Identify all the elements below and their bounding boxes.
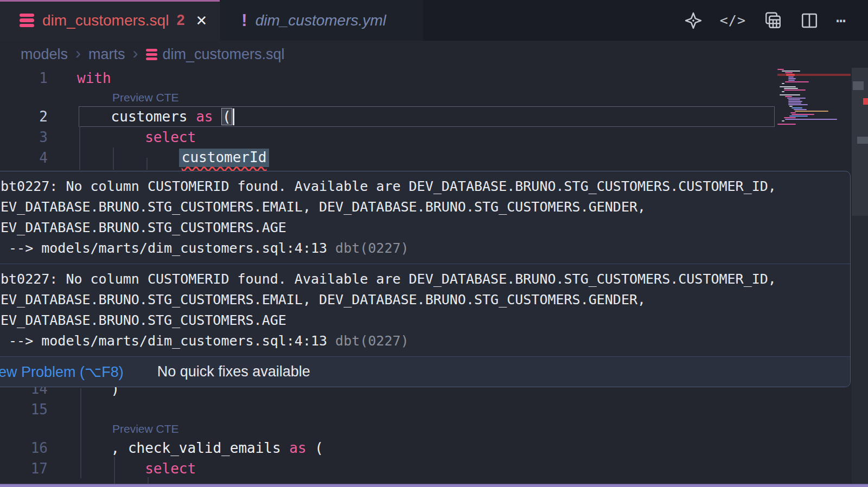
split-editor-icon[interactable]: [800, 11, 819, 30]
minimap-code-bar: [789, 116, 808, 117]
minimap[interactable]: [777, 69, 851, 125]
minimap-line: [777, 109, 851, 110]
copy-table-icon[interactable]: [763, 11, 783, 30]
minimap-error-line: [777, 74, 851, 76]
minimap-code-bar: [788, 80, 795, 81]
tab-bar: dim_customers.sql 2 ✕ ! dim_customers.ym…: [0, 0, 868, 41]
dbt-icon[interactable]: [684, 11, 703, 30]
tab-label: dim_customers.sql: [42, 12, 169, 29]
minimap-line: [777, 91, 851, 92]
minimap-code-bar: [785, 81, 809, 82]
minimap-line: [777, 101, 851, 102]
tab-dim-customers-sql[interactable]: dim_customers.sql 2 ✕: [0, 0, 220, 41]
minimap-line: [777, 93, 851, 94]
minimap-code-bar: [787, 98, 806, 99]
close-icon[interactable]: ✕: [195, 14, 207, 28]
diagnostic-message: bt0227: No column CUSTOMERID found. Avai…: [0, 264, 850, 356]
minimap-code-bar: [788, 104, 808, 105]
minimap-line: [777, 88, 851, 89]
minimap-line: [777, 71, 851, 72]
minimap-code-bar: [792, 114, 814, 115]
minimap-code-bar: [788, 76, 794, 78]
minimap-code-bar: [782, 120, 784, 121]
text-cursor: [233, 108, 234, 125]
minimap-code-bar: [782, 83, 784, 84]
code-text: customers as (: [82, 108, 234, 125]
minimap-line: [777, 116, 851, 117]
minimap-code-bar: [786, 74, 795, 76]
code-line: 4customerId: [0, 148, 852, 168]
problem-count-badge: 2: [176, 12, 184, 29]
code-text: customerId: [150, 149, 270, 167]
code-lens-link[interactable]: Preview CTE: [112, 422, 179, 435]
indent-guide: [146, 158, 148, 170]
diagnostic-message: bt0227: No column CUSTOMERID found. Avai…: [0, 171, 850, 264]
breadcrumb-marts[interactable]: marts: [88, 46, 125, 63]
code-line: 2customers as (: [0, 106, 852, 127]
line-number: 3: [0, 129, 48, 145]
minimap-line: [777, 76, 851, 78]
minimap-line: [777, 114, 851, 115]
diagnostic-location-line: --> models/marts/dim_customers.sql:4:13 …: [1, 238, 850, 259]
minimap-line: [777, 99, 851, 100]
database-icon: [146, 49, 157, 60]
diagnostic-code: dbt(0227): [327, 333, 409, 349]
code-lens-link[interactable]: Preview CTE: [112, 91, 179, 104]
tab-dim-customers-yml[interactable]: ! dim_customers.yml: [220, 0, 423, 41]
minimap-code-bar: [785, 72, 793, 73]
diagnostic-text-line: bt0227: No column CUSTOMERID found. Avai…: [1, 269, 850, 290]
minimap-code-bar: [780, 94, 800, 95]
code-token: , check_valid_emails: [111, 440, 290, 456]
more-actions-icon[interactable]: ⋯: [836, 11, 846, 30]
warning-icon: !: [241, 10, 247, 30]
minimap-line: [777, 117, 851, 118]
code-editor-top[interactable]: 1withPreview CTE2customers as (3select4c…: [0, 68, 852, 168]
indent-guide: [79, 126, 80, 170]
minimap-code-bar: [784, 89, 806, 91]
compile-code-icon[interactable]: </>: [720, 12, 746, 28]
editor-actions: </> ⋯: [684, 0, 846, 41]
minimap-line: [777, 120, 851, 121]
minimap-code-bar: [785, 119, 837, 120]
line-number: 15: [0, 401, 48, 418]
breadcrumb-models[interactable]: models: [21, 46, 68, 63]
hover-status-bar: iew Problem (⌥F8) No quick fixes availab…: [0, 356, 850, 387]
minimap-code-bar: [788, 101, 802, 102]
breadcrumb-file[interactable]: dim_customers.sql: [163, 46, 285, 63]
minimap-line: [777, 102, 851, 104]
diagnostic-text-line: EV_DATABASE.BRUNO.STG_CUSTOMERS.AGE: [1, 310, 850, 331]
minimap-code-bar: [795, 111, 828, 112]
diagnostic-text-line: EV_DATABASE.BRUNO.STG_CUSTOMERS.EMAIL, D…: [1, 197, 850, 217]
minimap-code-bar: [782, 71, 800, 72]
code-editor-bottom[interactable]: 14)15Preview CTE16, check_valid_emails a…: [0, 379, 852, 479]
minimap-line: [777, 124, 851, 125]
view-problem-link[interactable]: iew Problem (⌥F8): [0, 363, 124, 381]
ruler-error-mark: [863, 98, 868, 105]
minimap-code-bar: [777, 69, 784, 70]
minimap-line: [777, 81, 851, 82]
chevron-right-icon: ›: [133, 44, 138, 62]
minimap-line: [777, 119, 851, 120]
minimap-line: [777, 96, 851, 97]
code-text: with: [48, 70, 111, 86]
minimap-code-bar: [788, 102, 801, 104]
code-token: as: [196, 108, 213, 125]
minimap-line: [777, 122, 851, 123]
minimap-code-bar: [784, 88, 798, 89]
code-text: select: [116, 460, 196, 477]
diagnostic-messages: bt0227: No column CUSTOMERID found. Avai…: [0, 171, 850, 356]
line-number: 4: [0, 150, 48, 166]
tab-label: dim_customers.yml: [256, 12, 386, 29]
minimap-line: [777, 78, 851, 79]
code-lens-row: Preview CTE: [0, 420, 852, 438]
code-token: [213, 108, 221, 125]
ruler-mark: [853, 81, 864, 90]
line-number: 17: [0, 460, 48, 477]
minimap-line: [777, 98, 851, 99]
breadcrumb: models › marts › dim_customers.sql: [0, 41, 868, 68]
minimap-line: [777, 69, 851, 70]
minimap-line: [777, 80, 851, 81]
minimap-line: [777, 112, 851, 113]
diagnostic-code: dbt(0227): [327, 240, 409, 256]
window-bottom-border: [0, 484, 868, 487]
